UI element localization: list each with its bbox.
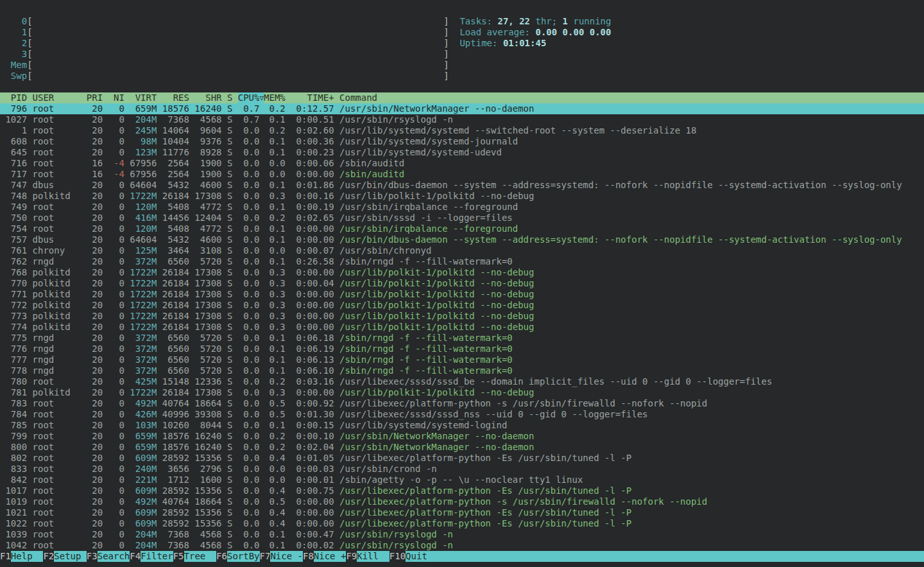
- fkey-action-nice-[interactable]: Nice -: [270, 551, 303, 562]
- process-row[interactable]: 774polkitd2001722M2618417308S0.0 0.30:00…: [0, 322, 924, 333]
- process-row[interactable]: 1021root200609M2859215356S0.0 0.40:00.00…: [0, 507, 924, 518]
- column-header-shr[interactable]: SHR: [194, 92, 221, 103]
- process-row[interactable]: 775rngd200372M65605720S0.0 0.10:06.18/sb…: [0, 333, 924, 344]
- column-header-ni[interactable]: NI: [108, 92, 124, 103]
- column-header-mem[interactable]: MEM%: [264, 92, 286, 103]
- column-header-res[interactable]: RES: [162, 92, 189, 103]
- column-header-pid[interactable]: PID: [0, 92, 27, 103]
- process-time: 0:00.00: [291, 300, 334, 311]
- process-row[interactable]: 773polkitd2001722M2618417308S0.0 0.30:00…: [0, 311, 924, 322]
- info-text: thr;: [530, 16, 563, 26]
- process-row[interactable]: 776rngd200372M65605720S0.0 0.10:06.19/sb…: [0, 344, 924, 354]
- fkey-action-help[interactable]: Help: [11, 551, 44, 562]
- process-row[interactable]: 796root200659M1857616240S0.7 0.20:12.57/…: [0, 103, 924, 114]
- process-row[interactable]: 783root200492M4076418664S0.0 0.50:00.92/…: [0, 398, 924, 409]
- process-row[interactable]: 778rngd200372M65605720S0.0 0.10:06.10/sb…: [0, 365, 924, 376]
- process-row[interactable]: 1019root200492M4076418664S0.0 0.50:00.00…: [0, 496, 924, 507]
- fkey-f2[interactable]: F2: [43, 551, 54, 562]
- process-row[interactable]: 749root200120M54084772S0.0 0.10:00.19/us…: [0, 202, 924, 213]
- meter-open-bracket: [: [27, 60, 32, 70]
- process-row[interactable]: 717root16-46795625641900S0.0 0.00:00.00/…: [0, 169, 924, 180]
- fkey-f8[interactable]: F8: [303, 551, 314, 562]
- process-cmd: /usr/lib/polkit-1/polkitd --no-debug: [339, 311, 534, 322]
- process-row[interactable]: 762rngd200372M65605720S0.0 0.10:26.58/sb…: [0, 256, 924, 267]
- column-header-virt[interactable]: VIRT: [130, 92, 157, 103]
- process-row[interactable]: 1039root200204M73684568S0.0 0.10:00.47/u…: [0, 529, 924, 540]
- fkey-f4[interactable]: F4: [130, 551, 141, 562]
- process-cmd: /usr/libexec/platform-python -s /usr/sbi…: [339, 496, 707, 507]
- info-text: Load average:: [459, 27, 535, 37]
- process-row[interactable]: 768polkitd2001722M2618417308S0.0 0.30:00…: [0, 267, 924, 278]
- process-time: 0:01.30: [291, 409, 334, 420]
- column-header-cmd[interactable]: Command: [339, 92, 377, 103]
- process-row[interactable]: 833root200240M36562796S0.0 0.00:00.03/us…: [0, 464, 924, 475]
- process-cmd: /usr/sbin/NetworkManager --no-daemon: [339, 103, 534, 114]
- process-row[interactable]: 770polkitd2001722M2618417308S0.0 0.30:00…: [0, 278, 924, 289]
- process-row[interactable]: 754root200120M54084772S0.0 0.10:00.00/us…: [0, 223, 924, 234]
- fkey-action-kill[interactable]: Kill: [357, 551, 389, 562]
- sort-indicator-space: [259, 529, 264, 540]
- fkey-action-nice-[interactable]: Nice +: [314, 551, 346, 562]
- fkey-action-sortby[interactable]: SortBy: [227, 551, 260, 562]
- process-row[interactable]: 785root200103M102608044S0.0 0.10:00.15/u…: [0, 420, 924, 431]
- fkey-f9[interactable]: F9: [346, 551, 357, 562]
- fkey-f5[interactable]: F5: [173, 551, 184, 562]
- column-header-cpu[interactable]: CPU%: [238, 92, 260, 103]
- process-row[interactable]: 1042root200204M73684568S0.0 0.10:00.02/u…: [0, 540, 924, 551]
- process-row[interactable]: 799root200659M1857616240S0.0 0.20:00.10/…: [0, 431, 924, 442]
- process-user: chrony: [33, 245, 81, 256]
- process-virt: 221M: [130, 475, 157, 485]
- process-row[interactable]: 761chrony200125M34643108S0.0 0.00:00.07/…: [0, 245, 924, 256]
- process-cpu: 0.0: [238, 365, 260, 376]
- process-row[interactable]: 1root200245M140649604S0.0 0.20:02.60/usr…: [0, 125, 924, 136]
- process-pid: 1017: [0, 485, 27, 496]
- process-row[interactable]: 748polkitd2001722M2618417308S0.0 0.30:00…: [0, 191, 924, 202]
- fkey-action-tree[interactable]: Tree: [184, 551, 217, 562]
- column-header-s[interactable]: S: [227, 92, 232, 103]
- process-pri: 20: [87, 147, 103, 158]
- sort-indicator-space: [259, 344, 264, 354]
- column-header-user[interactable]: USER: [33, 92, 81, 103]
- process-row[interactable]: 747dbus2006460454324600S0.0 0.10:01.86/u…: [0, 180, 924, 191]
- process-row[interactable]: 716root16-46795625641900S0.0 0.00:00.06/…: [0, 158, 924, 169]
- column-header-pri[interactable]: PRI: [87, 92, 103, 103]
- fkey-f7[interactable]: F7: [260, 551, 271, 562]
- process-ni: 0: [108, 464, 124, 475]
- process-row[interactable]: 1027root200204M73684568S0.7 0.10:00.51/u…: [0, 114, 924, 125]
- fkey-f1[interactable]: F1: [0, 551, 11, 562]
- process-row[interactable]: 750root200416M1445612404S0.0 0.20:02.65/…: [0, 213, 924, 223]
- fkey-f10[interactable]: F10: [389, 551, 406, 562]
- process-time: 0:00.00: [291, 507, 334, 518]
- process-mem: 0.1: [264, 136, 286, 147]
- process-row[interactable]: 771polkitd2001722M2618417308S0.0 0.30:00…: [0, 289, 924, 300]
- column-header-time[interactable]: TIME+: [291, 92, 334, 103]
- fkey-f3[interactable]: F3: [87, 551, 98, 562]
- process-row[interactable]: 802root200609M2859215356S0.0 0.40:01.05/…: [0, 453, 924, 464]
- fkey-action-filter[interactable]: Filter: [141, 551, 173, 562]
- process-row[interactable]: 772polkitd2001722M2618417308S0.0 0.30:00…: [0, 300, 924, 311]
- process-row[interactable]: 781polkitd2001722M2618417308S0.0 0.30:00…: [0, 387, 924, 398]
- process-row[interactable]: 800root200659M1857616240S0.0 0.20:02.04/…: [0, 442, 924, 453]
- process-ni: 0: [108, 431, 124, 442]
- fkey-action-setup[interactable]: Setup: [54, 551, 87, 562]
- process-row[interactable]: 1022root200609M2859215356S0.0 0.40:00.00…: [0, 518, 924, 529]
- process-row[interactable]: 777rngd200372M65605720S0.0 0.10:06.13/sb…: [0, 354, 924, 365]
- process-pri: 20: [87, 409, 103, 420]
- process-row[interactable]: 780root200425M1514812336S0.0 0.20:03.16/…: [0, 376, 924, 387]
- process-cpu: 0.0: [238, 322, 260, 333]
- process-virt: 416M: [130, 213, 157, 223]
- process-row[interactable]: 1017root200609M2859215356S0.0 0.40:00.75…: [0, 485, 924, 496]
- fkey-action-quit[interactable]: Quit: [406, 551, 924, 562]
- process-time: 0:00.00: [291, 518, 334, 529]
- process-user: rngd: [33, 344, 81, 354]
- process-row[interactable]: 608root20098M104049376S0.0 0.10:00.36/us…: [0, 136, 924, 147]
- fkey-f6[interactable]: F6: [216, 551, 227, 562]
- process-pri: 20: [87, 442, 103, 453]
- process-pri: 20: [87, 365, 103, 376]
- fkey-action-search[interactable]: Search: [98, 551, 130, 562]
- process-row[interactable]: 842root200221M17121600S0.0 0.00:00.01/sb…: [0, 475, 924, 485]
- process-row[interactable]: 784root200426M4099639308S0.0 0.50:01.30/…: [0, 409, 924, 420]
- process-pid: 780: [0, 376, 27, 387]
- process-row[interactable]: 757dbus2006460454324600S0.0 0.10:00.00/u…: [0, 234, 924, 245]
- process-row[interactable]: 645root200123M117768928S0.0 0.10:00.23/u…: [0, 147, 924, 158]
